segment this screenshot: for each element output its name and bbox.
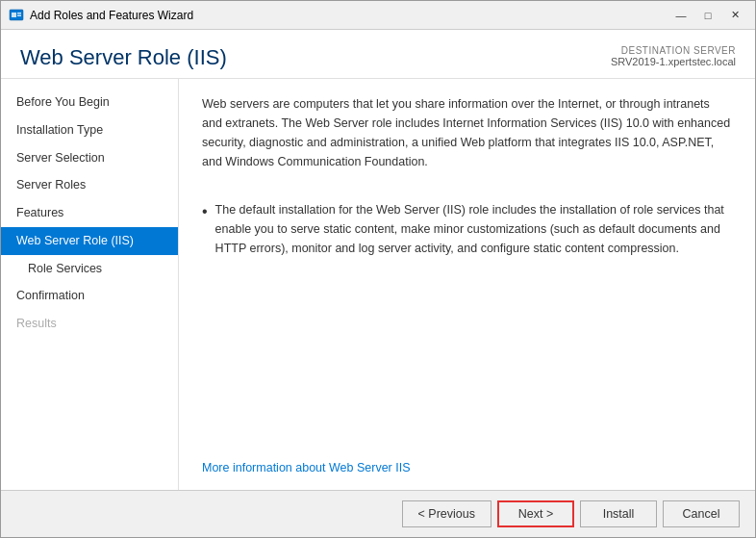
sidebar-item-installation-type[interactable]: Installation Type xyxy=(1,116,178,144)
sidebar-item-results: Results xyxy=(1,310,178,338)
install-button[interactable]: Install xyxy=(580,500,657,527)
page-title: Web Server Role (IIS) xyxy=(20,45,227,70)
minimize-button[interactable]: — xyxy=(668,6,693,25)
main-content: Web servers are computers that let you s… xyxy=(179,79,755,490)
sidebar-item-confirmation[interactable]: Confirmation xyxy=(1,282,178,310)
sidebar-item-before-you-begin[interactable]: Before You Begin xyxy=(1,89,178,116)
sidebar: Before You Begin Installation Type Serve… xyxy=(1,79,179,490)
destination-label: DESTINATION SERVER xyxy=(611,45,736,56)
sidebar-item-features[interactable]: Features xyxy=(1,199,178,227)
destination-server-name: SRV2019-1.xpertstec.local xyxy=(611,56,736,67)
close-button[interactable]: ✕ xyxy=(722,6,747,25)
cancel-button[interactable]: Cancel xyxy=(663,500,740,527)
page-header: Web Server Role (IIS) DESTINATION SERVER… xyxy=(1,30,755,79)
sidebar-item-server-roles[interactable]: Server Roles xyxy=(1,171,178,199)
bullet-item-1: • The default installation for the Web S… xyxy=(202,200,732,258)
svg-rect-2 xyxy=(17,13,21,14)
sidebar-item-role-services[interactable]: Role Services xyxy=(1,255,178,283)
svg-rect-1 xyxy=(12,13,16,17)
more-info-link[interactable]: More information about Web Server IIS xyxy=(202,442,732,474)
title-controls: — □ ✕ xyxy=(668,6,747,25)
wizard-icon xyxy=(9,8,24,23)
title-bar: Add Roles and Features Wizard — □ ✕ xyxy=(1,1,755,30)
title-bar-left: Add Roles and Features Wizard xyxy=(9,8,193,23)
next-button[interactable]: Next > xyxy=(497,500,574,527)
bullet-section: • The default installation for the Web S… xyxy=(202,200,732,258)
bullet-text: The default installation for the Web Ser… xyxy=(215,200,732,258)
destination-server-info: DESTINATION SERVER SRV2019-1.xpertstec.l… xyxy=(611,45,736,67)
main-window: Add Roles and Features Wizard — □ ✕ Web … xyxy=(0,0,756,538)
main-description: Web servers are computers that let you s… xyxy=(202,94,732,171)
svg-rect-3 xyxy=(17,14,21,16)
main-body: Before You Begin Installation Type Serve… xyxy=(1,79,755,490)
content-area: Web Server Role (IIS) DESTINATION SERVER… xyxy=(1,30,755,490)
previous-button[interactable]: < Previous xyxy=(402,500,491,527)
maximize-button[interactable]: □ xyxy=(695,6,720,25)
sidebar-item-server-selection[interactable]: Server Selection xyxy=(1,144,178,172)
footer: < Previous Next > Install Cancel xyxy=(1,490,755,537)
window-title: Add Roles and Features Wizard xyxy=(30,9,193,22)
sidebar-item-web-server-role[interactable]: Web Server Role (IIS) xyxy=(1,227,178,255)
bullet-dot: • xyxy=(202,202,208,258)
